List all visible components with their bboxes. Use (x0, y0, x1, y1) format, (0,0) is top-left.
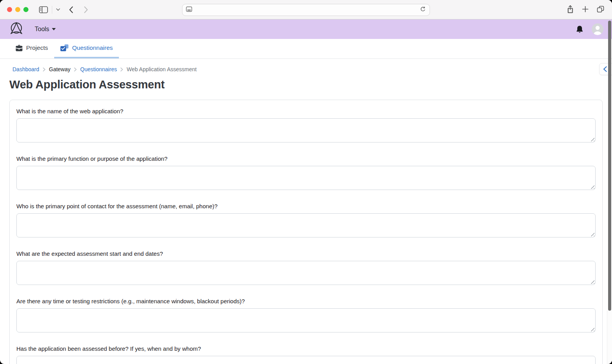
forward-button[interactable] (84, 6, 88, 13)
main-tab-bar: Projects Questionnaires (0, 39, 612, 59)
chevron-right-icon (74, 67, 77, 72)
question-group: What is the primary function or purpose … (16, 155, 596, 190)
browser-toolbar (0, 0, 612, 19)
question-textarea-restrictions[interactable] (16, 308, 596, 332)
question-textarea-prior-assessment[interactable] (16, 356, 596, 364)
question-label: Are there any time or testing restrictio… (16, 298, 596, 304)
question-label: What is the name of the web application? (16, 108, 596, 114)
minimize-window-button[interactable] (15, 7, 20, 12)
breadcrumb-current: Web Application Assessment (127, 66, 197, 72)
question-group: Has the application been assessed before… (16, 345, 596, 364)
tab-projects-label: Projects (26, 44, 48, 51)
new-tab-icon[interactable] (582, 6, 589, 14)
question-textarea-app-purpose[interactable] (16, 166, 596, 190)
tools-menu[interactable]: Tools (35, 26, 56, 33)
question-group: Are there any time or testing restrictio… (16, 298, 596, 332)
back-button[interactable] (69, 6, 73, 13)
chevron-right-icon (120, 67, 123, 72)
question-label: Has the application been assessed before… (16, 345, 596, 352)
questionnaire-card: What is the name of the web application?… (9, 100, 603, 364)
breadcrumb: Dashboard Gateway Questionnaires Web App… (12, 66, 612, 72)
question-group: Who is the primary point of contact for … (16, 203, 596, 237)
page-format-icon[interactable] (186, 6, 192, 14)
question-textarea-dates[interactable] (16, 261, 596, 285)
question-label: What are the expected assessment start a… (16, 250, 596, 257)
sidebar-toggle-icon[interactable] (39, 6, 48, 13)
briefcase-icon (16, 45, 23, 51)
share-icon[interactable] (567, 5, 574, 15)
breadcrumb-link-questionnaires[interactable]: Questionnaires (80, 66, 117, 72)
scrollbar-thumb[interactable] (608, 21, 611, 311)
chevron-left-icon (603, 66, 607, 72)
chevron-right-icon (43, 67, 46, 72)
question-textarea-app-name[interactable] (16, 118, 596, 142)
app-logo[interactable] (9, 20, 24, 38)
caret-down-icon (52, 28, 56, 30)
question-label: Who is the primary point of contact for … (16, 203, 596, 209)
sidebar-chevron-down-icon[interactable] (56, 8, 60, 11)
tab-questionnaires-label: Questionnaires (72, 44, 113, 51)
tab-projects[interactable]: Projects (9, 39, 54, 58)
question-group: What is the name of the web application? (16, 108, 596, 142)
page-title: Web Application Assessment (9, 77, 612, 91)
scrollbar-track[interactable] (607, 310, 612, 364)
question-label: What is the primary function or purpose … (16, 155, 596, 162)
tab-questionnaires[interactable]: Questionnaires (54, 39, 119, 58)
tab-overview-icon[interactable] (597, 5, 604, 14)
app-navbar: Tools (0, 19, 612, 39)
questionnaire-icon (60, 44, 69, 52)
notifications-bell-icon[interactable] (576, 25, 583, 33)
address-bar[interactable] (182, 4, 430, 16)
window-controls (7, 7, 28, 12)
question-group: What are the expected assessment start a… (16, 250, 596, 285)
browser-window: Tools Projects (0, 0, 612, 364)
breadcrumb-item-gateway: Gateway (49, 66, 71, 72)
breadcrumb-link-dashboard[interactable]: Dashboard (12, 66, 39, 72)
reload-icon[interactable] (420, 6, 426, 14)
close-window-button[interactable] (7, 7, 12, 12)
divider (52, 6, 52, 14)
avatar[interactable] (592, 23, 603, 35)
zoom-window-button[interactable] (23, 7, 28, 12)
tools-menu-label: Tools (35, 26, 49, 33)
question-textarea-contact[interactable] (16, 213, 596, 237)
